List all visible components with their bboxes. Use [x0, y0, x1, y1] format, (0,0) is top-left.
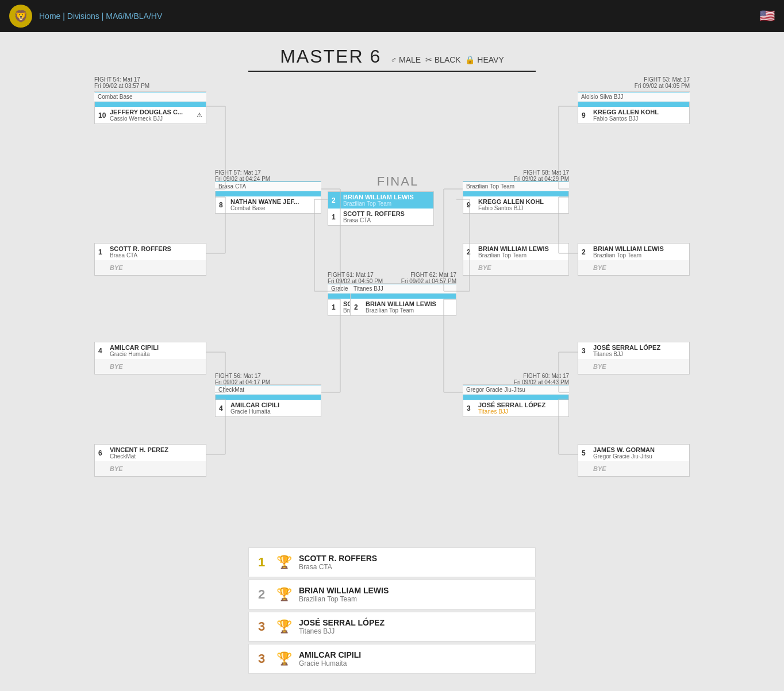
match-row-vincent-left: 6 VINCENT H. PEREZ CheckMat	[95, 445, 206, 461]
result-place-3b: 3	[258, 651, 270, 666]
match-row-bye1: BYE	[95, 260, 206, 275]
fight56-row2: 4 AMILCAR CIPILI Gracie Humaita	[216, 400, 321, 416]
fight56-info: FIGHT 56: Mat 17 Fri 09/02 at 04:17 PM	[215, 373, 270, 385]
match-row-bye2: BYE	[95, 359, 206, 374]
match-row-bye4: BYE	[578, 260, 689, 275]
page-title-area: MASTER 6 ♂ MALE ✂ BLACK 🔒 HEAVY	[0, 32, 784, 76]
result-3rd-jose: 3 🏆 JOSÉ SERRAL LÓPEZ Titanes BJJ	[248, 612, 536, 642]
logo: 🦁	[9, 5, 32, 28]
result-team-1: Brasa CTA	[299, 563, 377, 571]
match-row-amilcar-left: 4 AMILCAR CIPILI Gracie Humaita	[95, 342, 206, 359]
match-amilcar-bye: 4 AMILCAR CIPILI Gracie Humaita BYE	[94, 342, 206, 375]
match-row-scott-left: 1 SCOTT R. ROFFERS Brasa CTA	[95, 244, 206, 260]
navigation: Home | Divisions | MA6/M/BLA/HV	[39, 11, 162, 21]
final-label: FINAL	[369, 174, 426, 189]
result-2nd: 2 🏆 BRIAN WILLIAM LEWIS Brazilian Top Te…	[248, 580, 536, 609]
fight57-team1: Brasa CTA	[215, 182, 321, 191]
fight58-team1: Brazilian Top Team	[463, 182, 569, 191]
final-row1: 2 BRIAN WILLIAM LEWIS Brazilian Top Team	[328, 192, 433, 209]
result-name-2: BRIAN WILLIAM LEWIS	[299, 586, 389, 595]
result-name-3b: AMILCAR CIPILI	[299, 650, 361, 659]
fight61-info: FIGHT 61: Mat 17 Fri 09/02 at 04:50 PM	[328, 272, 383, 284]
result-trophy-1: 🏆	[276, 555, 292, 570]
divisions-link[interactable]: Divisions	[67, 11, 99, 21]
result-info-1: SCOTT R. ROFFERS Brasa CTA	[299, 554, 377, 571]
fight57-row2: 8 NATHAN WAYNE JEF... Combat Base	[216, 196, 321, 213]
fight58-info: FIGHT 58: Mat 17 Fri 09/02 at 04:29 PM	[514, 169, 569, 182]
fight56-team1: CheckMat	[215, 385, 321, 395]
result-team-3a: Titanes BJJ	[299, 627, 385, 635]
match-brian-bye-top: 2 BRIAN WILLIAM LEWIS Brazilian Top Team…	[463, 243, 569, 276]
result-info-3a: JOSÉ SERRAL LÓPEZ Titanes BJJ	[299, 618, 385, 635]
final-row2: 1 SCOTT R. ROFFERS Brasa CTA	[328, 209, 433, 225]
flag-icon: 🇺🇸	[759, 9, 775, 24]
fight58-row2: 9 KREGG ALLEN KOHL Fabio Santos BJJ	[463, 196, 568, 213]
fight53-info: FIGHT 53: Mat 17 Fri 09/02 at 04:05 PM	[635, 76, 690, 89]
home-link[interactable]: Home	[39, 11, 60, 21]
fight62-info: FIGHT 62: Mat 17 Fri 09/02 at 04:57 PM	[401, 272, 456, 284]
brian-bye-top-row1: 2 BRIAN WILLIAM LEWIS Brazilian Top Team	[463, 244, 568, 260]
fight60-row2: 3 JOSÉ SERRAL LÓPEZ Titanes BJJ	[463, 400, 568, 416]
match-row-bye5: BYE	[578, 359, 689, 374]
match-row-jeffery: 10 JEFFERY DOUGLAS C... Cassio Werneck B…	[95, 107, 206, 123]
match-brian-bye: 2 BRIAN WILLIAM LEWIS Brazilian Top Team…	[578, 243, 690, 276]
fight60-info: FIGHT 60: Mat 17 Fri 09/02 at 04:43 PM	[514, 373, 569, 385]
match-row-jose-right: 3 JOSÉ SERRAL LÓPEZ Titanes BJJ	[578, 342, 689, 359]
breadcrumb: MA6/M/BLA/HV	[106, 11, 162, 21]
match-row-bye3: BYE	[95, 461, 206, 476]
match-vincent-bye: 6 VINCENT H. PEREZ CheckMat BYE	[94, 444, 206, 477]
title-icons: ♂ MALE ✂ BLACK 🔒 HEAVY	[389, 55, 504, 64]
result-team-3b: Gracie Humaita	[299, 659, 361, 667]
result-name-1: SCOTT R. ROFFERS	[299, 554, 377, 563]
match-row-bye6: BYE	[578, 461, 689, 476]
result-team-2: Brazilian Top Team	[299, 595, 389, 603]
result-name-3a: JOSÉ SERRAL LÓPEZ	[299, 618, 385, 627]
division-title: MASTER 6	[280, 46, 381, 67]
result-place-3a: 3	[258, 619, 270, 634]
result-trophy-3a: 🏆	[276, 619, 292, 634]
result-info-2: BRIAN WILLIAM LEWIS Brazilian Top Team	[299, 586, 389, 603]
fight57-info: FIGHT 57: Mat 17 Fri 09/02 at 04:24 PM	[215, 169, 270, 182]
result-trophy-3b: 🏆	[276, 651, 292, 666]
result-1st: 1 🏆 SCOTT R. ROFFERS Brasa CTA	[248, 547, 536, 577]
brian-bye-top-row2: BYE	[463, 260, 568, 275]
match-row-james-right: 5 JAMES W. GORMAN Gregor Gracie Jiu-Jits…	[578, 445, 689, 461]
results-section: 1 🏆 SCOTT R. ROFFERS Brasa CTA 2 🏆 BRIAN…	[248, 547, 536, 674]
match-jose-bye: 3 JOSÉ SERRAL LÓPEZ Titanes BJJ BYE	[578, 342, 690, 375]
fight62-team1: Titanes BJJ	[350, 284, 456, 294]
match-scott-bye: 1 SCOTT R. ROFFERS Brasa CTA BYE	[94, 243, 206, 276]
match-final: 2 BRIAN WILLIAM LEWIS Brazilian Top Team…	[328, 191, 434, 226]
match-row-kregg: 9 KREGG ALLEN KOHL Fabio Santos BJJ	[578, 107, 689, 123]
header: 🦁 Home | Divisions | MA6/M/BLA/HV 🇺🇸	[0, 0, 784, 32]
result-place-2: 2	[258, 587, 270, 602]
fight54-info: FIGHT 54: Mat 17 Fri 09/02 at 03:57 PM	[94, 76, 149, 89]
result-info-3b: AMILCAR CIPILI Gracie Humaita	[299, 650, 361, 667]
nathan-team: Combat Base	[94, 92, 206, 102]
result-3rd-amilcar: 3 🏆 AMILCAR CIPILI Gracie Humaita	[248, 644, 536, 674]
match-james-bye: 5 JAMES W. GORMAN Gregor Gracie Jiu-Jits…	[578, 444, 690, 477]
result-trophy-2: 🏆	[276, 587, 292, 602]
fight60-team1: Gregor Gracie Jiu-Jitsu	[463, 385, 569, 395]
fight62-row2: 2 BRIAN WILLIAM LEWIS Brazilian Top Team	[351, 299, 456, 315]
bracket-container: FIGHT 54: Mat 17 Fri 09/02 at 03:57 PM 8…	[47, 76, 737, 524]
dean-team: Aloisio Silva BJJ	[578, 92, 690, 102]
result-place-1: 1	[258, 555, 270, 570]
match-row-brian-right: 2 BRIAN WILLIAM LEWIS Brazilian Top Team	[578, 244, 689, 260]
